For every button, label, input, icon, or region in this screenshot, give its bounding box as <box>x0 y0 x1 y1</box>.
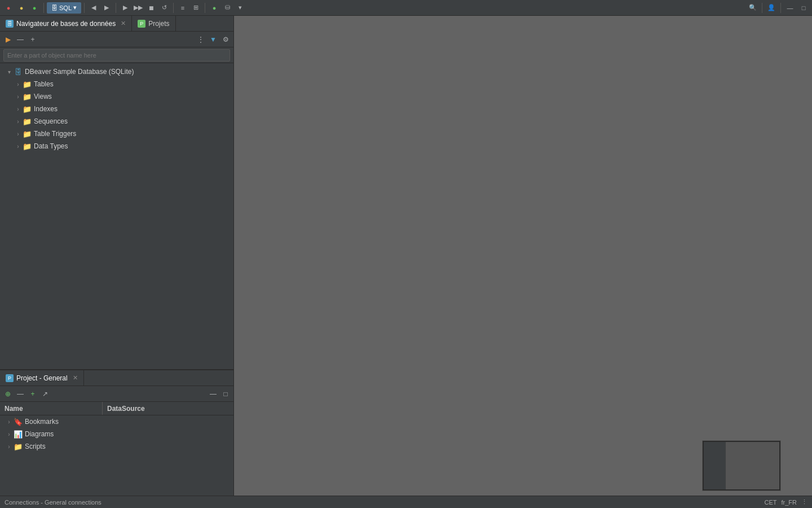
views-label: Views <box>34 93 52 100</box>
tool-buttons: ▶ ▶▶ ⏹ ↺ <box>119 2 170 14</box>
run-button[interactable]: ▶ <box>119 2 131 14</box>
maximize-button[interactable]: ● <box>28 2 41 14</box>
sequences-icon: 📁 <box>23 117 32 126</box>
nav-collapse-btn[interactable]: — <box>15 34 26 45</box>
main-area: 🗄 Navigateur de bases de données ✕ P Pro… <box>0 16 812 508</box>
separator-2 <box>84 3 85 13</box>
db-root-item[interactable]: ▾ 🗄 DBeaver Sample Database (SQLite) <box>0 65 233 78</box>
projects-main-icon: P <box>138 20 145 28</box>
status-bar: Connections - General connections CET fr… <box>0 496 812 508</box>
top-toolbar: ● ● ● 🗄 SQL ▾ ◀ ▶ ▶ ▶▶ ⏹ ↺ ≡ ⊞ ● ⛁ ▾ 🔍 👤 <box>0 0 812 16</box>
diagrams-icon: 📊 <box>14 430 23 439</box>
triggers-chevron: › <box>14 129 23 138</box>
more-status-btn[interactable]: ⋮ <box>801 498 807 506</box>
diagrams-chevron: › <box>5 430 14 439</box>
forward-button[interactable]: ▶ <box>100 2 113 14</box>
datatypes-label: Data Types <box>34 142 68 150</box>
layout-button[interactable]: ⊞ <box>189 2 202 14</box>
db-root-chevron: ▾ <box>5 67 14 76</box>
indexes-item[interactable]: › 📁 Indexes <box>0 103 233 115</box>
format-buttons: ≡ ⊞ <box>176 2 202 14</box>
db-root-icon: 🗄 <box>14 67 23 76</box>
bookmarks-label: Bookmarks <box>25 418 59 426</box>
scripts-chevron: › <box>5 442 14 451</box>
projects-tab[interactable]: P Project - General ✕ <box>0 370 84 386</box>
right-area <box>234 16 812 508</box>
bookmarks-item[interactable]: › 🔖 Bookmarks <box>0 415 233 428</box>
views-chevron: › <box>14 92 23 101</box>
format-button[interactable]: ≡ <box>176 2 189 14</box>
views-item[interactable]: › 📁 Views <box>0 90 233 103</box>
proj-collapse-btn[interactable]: — <box>15 388 26 400</box>
db-navigator-tree: ▾ 🗄 DBeaver Sample Database (SQLite) › 📁… <box>0 63 233 369</box>
separator-5 <box>205 3 205 13</box>
window-restore-button[interactable]: □ <box>797 2 810 14</box>
db-navigator-panel: 🗄 Navigateur de bases de données ✕ P Pro… <box>0 16 233 370</box>
projects-close[interactable]: ✕ <box>73 374 78 382</box>
nav-more-btn[interactable]: ⋮ <box>195 34 206 45</box>
db-buttons: ● ⛁ ▾ <box>208 2 246 14</box>
projects-main-tab-label: Projets <box>148 20 169 28</box>
back-button[interactable]: ◀ <box>87 2 100 14</box>
indexes-icon: 📁 <box>23 104 32 113</box>
timezone-indicator[interactable]: CET <box>765 499 777 506</box>
projects-tab-bar: P Project - General ✕ <box>0 370 233 386</box>
col-name-header: Name <box>0 402 103 415</box>
indexes-label: Indexes <box>34 105 58 113</box>
proj-link-btn[interactable]: ↗ <box>39 388 51 400</box>
proj-add-btn[interactable]: + <box>27 388 38 400</box>
user-icon-button[interactable]: 👤 <box>765 2 778 14</box>
dropdown-db-button[interactable]: ▾ <box>234 2 246 14</box>
db-select-button[interactable]: ● <box>208 2 220 14</box>
connect-button[interactable]: ⛁ <box>221 2 233 14</box>
db-navigator-search-input[interactable] <box>3 49 230 62</box>
revert-button[interactable]: ↺ <box>158 2 170 14</box>
nav-add-btn[interactable]: + <box>27 34 38 45</box>
window-controls: ● ● ● <box>2 2 41 14</box>
nav-buttons: ◀ ▶ <box>87 2 113 14</box>
projects-main-tab[interactable]: P Projets <box>132 16 175 31</box>
nav-filter-btn[interactable]: ▼ <box>208 34 219 45</box>
sequences-item[interactable]: › 📁 Sequences <box>0 115 233 128</box>
projects-panel: P Project - General ✕ ⊕ — + ↗ — □ Name <box>0 370 233 508</box>
status-connections: Connections - General connections <box>5 499 102 506</box>
tables-icon: 📁 <box>23 80 32 89</box>
col-datasource-header: DataSource <box>103 402 233 415</box>
sql-label: SQL <box>59 5 72 11</box>
separator-1 <box>43 3 44 13</box>
scripts-icon: 📁 <box>14 442 23 451</box>
scripts-item[interactable]: › 📁 Scripts <box>0 440 233 453</box>
minimize-button[interactable]: ● <box>15 2 28 14</box>
proj-window-min[interactable]: — <box>208 388 219 400</box>
proj-new-btn[interactable]: ⊕ <box>2 388 14 400</box>
db-navigator-close[interactable]: ✕ <box>121 20 126 27</box>
datatypes-icon: 📁 <box>23 142 32 151</box>
scripts-label: Scripts <box>25 443 46 450</box>
status-right: CET fr_FR ⋮ <box>765 498 808 506</box>
projects-tree: › 🔖 Bookmarks › 📊 Diagrams › 📁 Scripts <box>0 415 233 508</box>
close-button[interactable]: ● <box>2 2 15 14</box>
data-types-item[interactable]: › 📁 Data Types <box>0 140 233 152</box>
separator-4 <box>173 3 174 13</box>
sql-dropdown-icon: ▾ <box>73 4 77 11</box>
projects-table-header: Name DataSource <box>0 402 233 415</box>
bookmarks-chevron: › <box>5 417 14 426</box>
table-triggers-item[interactable]: › 📁 Table Triggers <box>0 128 233 140</box>
locale-indicator[interactable]: fr_FR <box>782 499 797 506</box>
db-navigator-tab[interactable]: 🗄 Navigateur de bases de données ✕ <box>0 16 132 31</box>
stop-button[interactable]: ⏹ <box>145 2 157 14</box>
proj-window-max[interactable]: □ <box>220 388 231 400</box>
run-script-button[interactable]: ▶▶ <box>132 2 144 14</box>
indexes-chevron: › <box>14 104 23 113</box>
nav-settings-btn[interactable]: ⚙ <box>220 34 231 45</box>
sep-right2 <box>780 3 781 13</box>
nav-back-btn[interactable]: ▶ <box>2 34 14 45</box>
window-minimize-button[interactable]: — <box>784 2 796 14</box>
search-icon-button[interactable]: 🔍 <box>747 2 759 14</box>
tables-item[interactable]: › 📁 Tables <box>0 78 233 90</box>
sequences-label: Sequences <box>34 117 68 125</box>
sql-editor-button[interactable]: 🗄 SQL ▾ <box>47 2 81 14</box>
db-navigator-controls: ▶ — + ⋮ ▼ ⚙ <box>0 32 233 47</box>
bookmarks-icon: 🔖 <box>14 417 23 426</box>
diagrams-item[interactable]: › 📊 Diagrams <box>0 428 233 440</box>
